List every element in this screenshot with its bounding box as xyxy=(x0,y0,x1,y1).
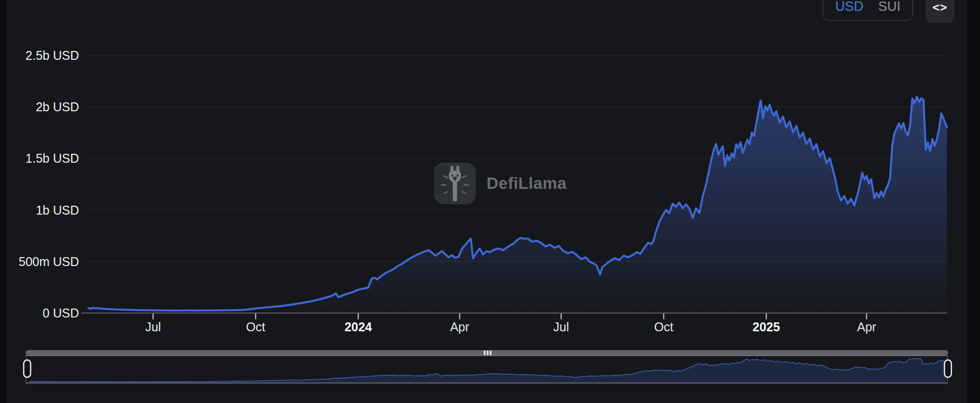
x-axis-label: Oct xyxy=(654,320,673,334)
y-axis-label: 1b USD xyxy=(36,203,79,217)
y-axis-label: 1.5b USD xyxy=(26,151,79,165)
x-axis-label: Oct xyxy=(246,320,265,334)
brush-area-fill xyxy=(30,358,946,382)
embed-code-button[interactable]: <> xyxy=(926,0,954,23)
x-axis-label: Jul xyxy=(145,320,161,334)
x-axis-label: Apr xyxy=(857,320,876,334)
tvl-area-fill xyxy=(88,97,947,313)
brush-handle-right[interactable] xyxy=(944,360,951,377)
brush-grip-icon xyxy=(490,351,492,355)
brush-handle-left[interactable] xyxy=(24,360,31,377)
currency-option-sui[interactable]: SUI xyxy=(872,0,906,14)
brush-grip-icon xyxy=(487,351,489,355)
x-axis-label: Apr xyxy=(450,320,469,334)
chart-controls: USD SUI <> xyxy=(823,0,954,23)
y-axis-label: 2b USD xyxy=(36,100,79,114)
currency-option-usd[interactable]: USD xyxy=(829,0,869,14)
y-axis-label: 500m USD xyxy=(19,255,79,269)
y-axis-label: 0 USD xyxy=(42,306,79,320)
brush-grip-icon xyxy=(484,351,486,355)
currency-toggle-group: USD SUI xyxy=(823,0,913,21)
x-axis-label: 2025 xyxy=(753,320,780,334)
x-axis-label: Jul xyxy=(553,320,569,334)
x-axis-label: 2024 xyxy=(344,320,372,334)
tvl-area-chart: 0 USD500m USD1b USD1.5b USD2b USD2.5b US… xyxy=(0,0,980,403)
y-axis-label: 2.5b USD xyxy=(26,48,79,62)
